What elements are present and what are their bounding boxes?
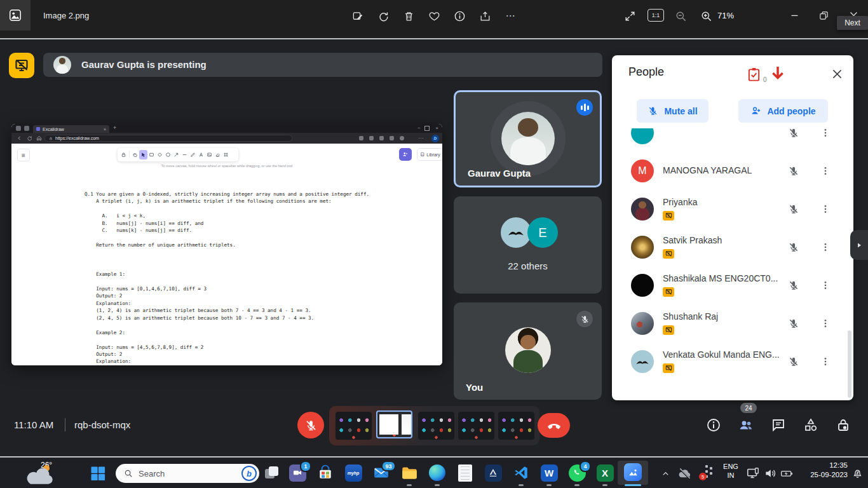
participant-row[interactable]: Priyanka (620, 190, 843, 228)
focus-assist-bell-icon[interactable] (851, 467, 864, 479)
presenter-tile[interactable]: Gaurav Gupta (454, 90, 602, 187)
zoom-out-button[interactable] (672, 9, 689, 23)
taskbar-myhp-icon[interactable]: myhp (344, 463, 363, 482)
hidden-icons-chevron-icon[interactable] (661, 469, 670, 478)
restore-button[interactable] (814, 8, 833, 23)
onedrive-off-icon[interactable] (677, 466, 692, 481)
more-options-button[interactable] (820, 355, 831, 368)
line-tool[interactable] (180, 150, 189, 159)
next-tooltip[interactable]: Next (837, 16, 868, 30)
delete-button[interactable] (400, 9, 417, 23)
browser-more-icon[interactable]: ⋯ (418, 135, 423, 141)
taskbar-edge-icon[interactable] (428, 463, 447, 482)
screen-thumbnail[interactable] (458, 412, 494, 440)
share-button[interactable] (476, 9, 494, 23)
edit-image-button[interactable] (349, 9, 367, 23)
participant-row[interactable]: Shashikala MS ENG20CT0... (620, 266, 843, 304)
ellipse-tool[interactable] (164, 150, 172, 159)
participant-row[interactable]: M MANOGNA YARAGAL (620, 152, 843, 190)
tray-clock[interactable]: 12:35 25-09-2023 (792, 461, 848, 480)
browser-minimize-icon[interactable]: − (417, 125, 421, 131)
rotate-button[interactable] (374, 9, 392, 23)
home-icon[interactable] (36, 135, 42, 141)
actual-size-button[interactable]: 1:1 (648, 9, 664, 22)
diamond-tool[interactable] (156, 150, 164, 159)
mic-toggle-button[interactable] (297, 412, 324, 438)
participant-row-partial[interactable] (620, 128, 843, 152)
fullscreen-button[interactable] (621, 9, 639, 23)
text-tool[interactable] (197, 150, 205, 159)
more-options-button[interactable] (820, 279, 831, 292)
excalidraw-canvas[interactable]: ≡ (11, 144, 442, 365)
selection-tool[interactable] (139, 150, 147, 159)
checklist-icon[interactable] (747, 66, 761, 83)
cast-display-icon[interactable] (746, 466, 760, 480)
end-call-button[interactable] (538, 413, 570, 438)
screen-thumbnail[interactable] (498, 412, 534, 440)
chat-button[interactable] (771, 417, 786, 433)
screen-thumbnail[interactable] (336, 412, 372, 440)
see-more-button[interactable]: ⋯ (501, 9, 519, 23)
info-button[interactable] (451, 9, 468, 23)
photos-app-icon[interactable] (0, 0, 31, 30)
language-switcher[interactable]: ENG IN (721, 462, 741, 480)
taskbar-photos-icon-active[interactable] (618, 461, 648, 485)
participant-row[interactable]: Venkata Gokul Manda ENG... (620, 342, 843, 381)
refresh-icon[interactable] (27, 135, 32, 141)
frame-tool[interactable] (222, 150, 230, 159)
bing-sidebar-icon[interactable]: b (431, 135, 439, 142)
panel-scrollbar[interactable] (848, 330, 851, 398)
collaborate-button[interactable] (399, 148, 412, 161)
add-people-button[interactable]: Add people (738, 99, 828, 123)
browser-tab[interactable]: Excalidraw × (33, 125, 109, 133)
browser-restore-icon[interactable] (424, 126, 430, 131)
hand-tool[interactable] (131, 150, 139, 159)
taskbar-word-icon[interactable]: W (539, 463, 559, 482)
draw-tool[interactable] (189, 150, 197, 159)
more-options-button[interactable] (820, 241, 831, 254)
you-tile[interactable]: You (454, 302, 602, 400)
mute-all-button[interactable]: Mute all (637, 99, 709, 123)
favorite-button[interactable] (425, 9, 443, 23)
participant-row[interactable]: Satvik Prakash (620, 228, 843, 266)
notification-grid-icon[interactable]: 5 (699, 465, 713, 480)
others-tile[interactable]: E 22 others (454, 196, 602, 294)
rectangle-tool[interactable] (147, 150, 156, 159)
taskbar-file-explorer-icon[interactable] (400, 463, 419, 482)
weather-cloud-icon[interactable] (22, 468, 57, 485)
more-options-button[interactable] (820, 128, 831, 139)
browser-extension-icons[interactable] (359, 136, 404, 141)
meeting-details-button[interactable] (706, 417, 721, 433)
browser-close-icon[interactable]: × (435, 125, 438, 131)
taskbar-store-icon[interactable] (316, 463, 335, 482)
library-button[interactable]: Library (417, 148, 442, 161)
download-arrow-icon[interactable] (769, 64, 787, 83)
url-field[interactable]: https://excalidraw.com (44, 135, 292, 142)
image-tool[interactable] (205, 150, 214, 159)
panel-expander-button[interactable] (850, 230, 868, 260)
activities-button[interactable] (803, 417, 818, 433)
minimize-button[interactable] (785, 8, 804, 23)
new-tab-button[interactable]: + (113, 125, 116, 131)
volume-icon[interactable] (764, 467, 776, 480)
lock-tool[interactable] (119, 150, 128, 159)
participants-list[interactable]: M MANOGNA YARAGAL Priyanka Satvik Prakas… (620, 128, 843, 390)
taskbar-document-icon[interactable] (456, 463, 475, 482)
screen-thumbnail[interactable] (418, 412, 454, 440)
task-view-button[interactable] (264, 466, 280, 482)
arrow-tool[interactable] (172, 150, 180, 159)
participant-row[interactable]: Shushank Raj (620, 304, 843, 342)
taskbar-college-logo-icon[interactable] (484, 463, 503, 482)
more-options-button[interactable] (820, 317, 831, 330)
more-options-button[interactable] (820, 203, 831, 215)
hamburger-menu-button[interactable]: ≡ (17, 149, 30, 161)
eraser-tool[interactable] (214, 150, 222, 159)
taskbar-vscode-icon[interactable] (512, 463, 531, 482)
tab-close-icon[interactable]: × (104, 127, 106, 132)
start-button[interactable] (89, 464, 107, 482)
taskbar-excel-icon[interactable]: X (595, 463, 614, 482)
search-input[interactable]: Search b (116, 464, 259, 483)
people-button[interactable] (738, 417, 754, 433)
zoom-in-button[interactable] (697, 9, 715, 23)
close-panel-button[interactable] (831, 67, 844, 81)
